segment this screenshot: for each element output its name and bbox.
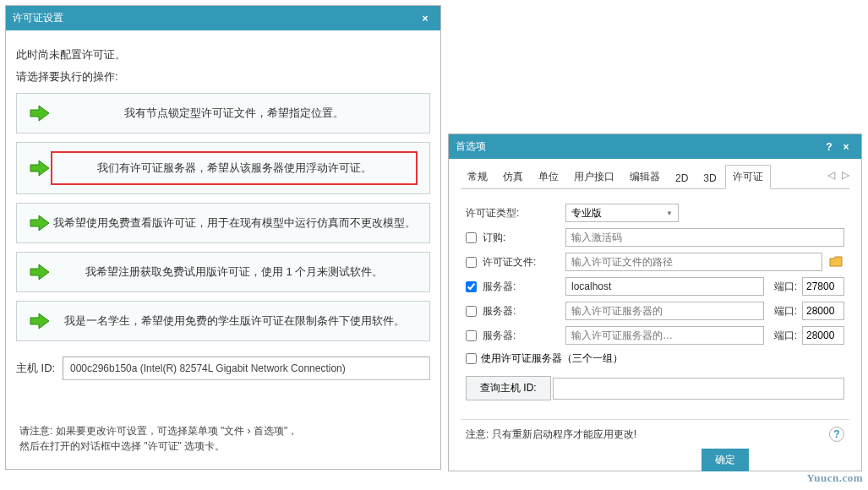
tab-scroll-right-icon[interactable]: ▷: [842, 169, 849, 181]
option-student[interactable]: 我是一名学生，希望使用免费的学生版许可证在限制条件下使用软件。: [16, 301, 430, 341]
port3-input[interactable]: [802, 326, 844, 345]
server3-input[interactable]: [565, 326, 764, 345]
watermark: Yuucn.com: [806, 471, 863, 485]
tabs: 常规 仿真 单位 用户接口 编辑器 2D 3D 许可证 ◁ ▷: [461, 166, 849, 189]
close-icon[interactable]: ×: [838, 141, 854, 153]
ok-button[interactable]: 确定: [701, 449, 749, 471]
browse-file-button[interactable]: [827, 253, 844, 270]
license-setup-window: 许可证设置 × 此时尚未配置许可证。 请选择要执行的操作: 我有节点锁定型许可证…: [5, 5, 441, 470]
option-trial-label: 我希望注册获取免费试用版许可证，使用 1 个月来测试软件。: [51, 264, 418, 280]
port2-input[interactable]: [802, 302, 844, 320]
tab-editor[interactable]: 编辑器: [623, 166, 667, 188]
server2-checkbox[interactable]: [466, 306, 477, 317]
file-label: 许可证文件:: [483, 255, 536, 270]
arrow-icon: [29, 312, 51, 330]
tab-license[interactable]: 许可证: [725, 165, 771, 189]
option-floating-server[interactable]: 我们有许可证服务器，希望从该服务器使用浮动许可证。: [16, 142, 430, 194]
order-label: 订购:: [483, 231, 505, 245]
license-setup-titlebar[interactable]: 许可证设置 ×: [6, 6, 440, 30]
arrow-icon: [29, 104, 51, 122]
port1-input[interactable]: [802, 277, 844, 296]
server1-checkbox[interactable]: [466, 281, 477, 292]
port1-label: 端口:: [774, 280, 797, 294]
chevron-down-icon: ▼: [666, 210, 673, 217]
license-setup-title: 许可证设置: [13, 11, 417, 25]
help-icon[interactable]: ?: [821, 141, 838, 153]
prompt-text: 请选择要执行的操作:: [16, 69, 430, 84]
triple-server-checkbox[interactable]: [466, 353, 477, 364]
server3-label: 服务器:: [483, 329, 516, 343]
tab-simulation[interactable]: 仿真: [496, 166, 530, 188]
server2-input[interactable]: [565, 302, 764, 320]
triple-server-label: 使用许可证服务器（三个一组）: [481, 351, 623, 366]
server1-label: 服务器:: [483, 280, 516, 294]
license-type-select[interactable]: 专业版▼: [565, 204, 679, 222]
preferences-window: 首选项 ? × 常规 仿真 单位 用户接口 编辑器 2D 3D 许可证 ◁ ▷ …: [448, 133, 862, 471]
host-id-label: 主机 ID:: [16, 361, 63, 376]
footer-note: 请注意: 如果要更改许可设置，可选择菜单项 "文件 › 首选项"， 然后在打开的…: [19, 423, 298, 454]
order-input[interactable]: [565, 228, 844, 247]
tab-units[interactable]: 单位: [532, 166, 565, 188]
query-host-field[interactable]: [553, 378, 844, 400]
port3-label: 端口:: [774, 329, 797, 343]
help-button[interactable]: ?: [829, 427, 844, 442]
file-checkbox[interactable]: [466, 257, 477, 268]
server3-checkbox[interactable]: [466, 330, 477, 341]
arrow-icon: [29, 263, 51, 281]
server1-input[interactable]: [565, 277, 764, 296]
host-id-value[interactable]: 000c296b150a (Intel(R) 82574L Gigabit Ne…: [63, 357, 430, 380]
option-trial[interactable]: 我希望注册获取免费试用版许可证，使用 1 个月来测试软件。: [16, 252, 430, 292]
file-input[interactable]: [565, 253, 822, 271]
tab-general[interactable]: 常规: [461, 166, 494, 188]
tab-3d[interactable]: 3D: [696, 168, 723, 188]
close-icon[interactable]: ×: [417, 13, 434, 24]
host-id-row: 主机 ID: 000c296b150a (Intel(R) 82574L Gig…: [16, 357, 430, 380]
server2-label: 服务器:: [483, 304, 516, 318]
port2-label: 端口:: [774, 304, 797, 318]
preferences-title: 首选项: [456, 139, 821, 154]
tab-2d[interactable]: 2D: [669, 168, 695, 188]
restart-warning: 注意: 只有重新启动程序才能应用更改!: [466, 427, 829, 442]
intro-text: 此时尚未配置许可证。: [16, 47, 430, 63]
license-type-label: 许可证类型:: [466, 206, 519, 220]
arrow-icon: [29, 159, 51, 177]
option-free-viewer[interactable]: 我希望使用免费查看版许可证，用于在现有模型中运行仿真而不更改模型。: [16, 203, 430, 243]
preferences-titlebar[interactable]: 首选项 ? ×: [449, 134, 861, 159]
order-checkbox[interactable]: [466, 232, 477, 243]
option-student-label: 我是一名学生，希望使用免费的学生版许可证在限制条件下使用软件。: [51, 313, 418, 329]
tab-scroll-left-icon[interactable]: ◁: [827, 169, 835, 181]
option-node-locked-label: 我有节点锁定型许可证文件，希望指定位置。: [51, 105, 418, 122]
query-host-button[interactable]: 查询主机 ID:: [466, 376, 551, 400]
tab-ui[interactable]: 用户接口: [567, 166, 621, 188]
option-free-viewer-label: 我希望使用免费查看版许可证，用于在现有模型中运行仿真而不更改模型。: [51, 215, 418, 231]
option-floating-server-label: 我们有许可证服务器，希望从该服务器使用浮动许可证。: [51, 151, 418, 185]
arrow-icon: [29, 214, 51, 232]
option-node-locked[interactable]: 我有节点锁定型许可证文件，希望指定位置。: [16, 93, 430, 133]
